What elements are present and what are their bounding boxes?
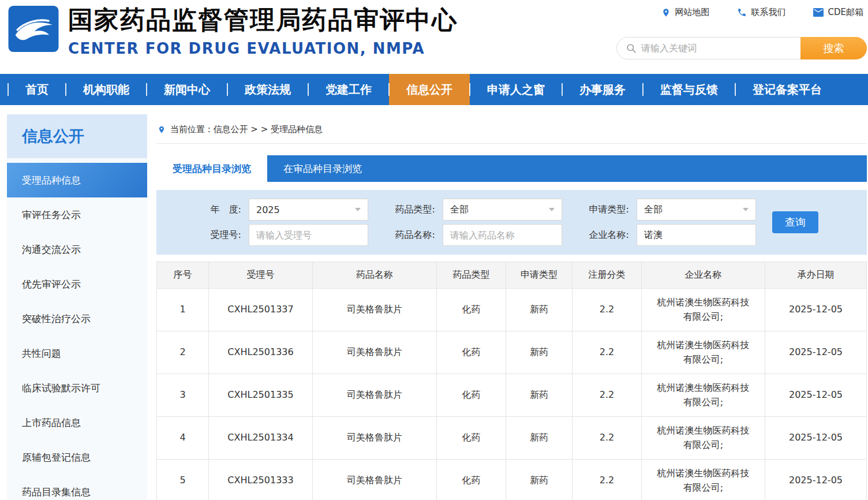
sidebar-item[interactable]: 受理品种信息 [7, 163, 147, 197]
sidebar-item[interactable]: 原辅包登记信息 [7, 440, 147, 475]
nav-item[interactable]: 机构职能 [66, 74, 147, 105]
sidebar-item[interactable]: 药品目录集信息 [7, 475, 147, 500]
table-cell: 2.2 [573, 374, 642, 417]
nav-item[interactable]: 首页 [8, 74, 66, 105]
nav-item[interactable]: 信息公开 [389, 74, 470, 105]
table-header-row: 序号 受理号 药品名称 药品类型 申请类型 注册分类 企业名称 承办日期 [157, 262, 867, 289]
contact-link[interactable]: 联系我们 [737, 7, 785, 18]
drug-name-input[interactable] [443, 224, 562, 246]
drug-type-select[interactable]: 全部 [443, 199, 562, 221]
sidebar-menu: 受理品种信息 审评任务公示 沟通交流公示 优先审评公示 突破性治疗公示 共性问题… [7, 163, 147, 500]
table-body: 1CXHL2501337司美格鲁肽片化药新药2.2杭州诺澳生物医药科技有限公司;… [157, 289, 867, 500]
accept-no-input[interactable] [249, 224, 368, 246]
table-cell: 杭州诺澳生物医药科技有限公司; [642, 417, 765, 460]
nav-item[interactable]: 登记备案平台 [735, 74, 839, 105]
table-cell: 2 [157, 331, 209, 374]
sitemap-link[interactable]: 网站地图 [661, 7, 709, 18]
nav-item[interactable]: 监督与反馈 [643, 74, 735, 105]
sidebar-item[interactable]: 沟通交流公示 [7, 232, 147, 267]
drug-type-select-value: 全部 [450, 204, 469, 216]
site-subtitle: CENTER FOR DRUG EVALUATION, NMPA [68, 40, 458, 57]
table-cell: 化药 [437, 289, 506, 331]
table-cell: 2.2 [573, 289, 642, 331]
table-header-cell: 承办日期 [765, 262, 867, 289]
table-cell: 化药 [437, 460, 506, 500]
table-header-cell: 注册分类 [573, 262, 642, 289]
site-title-block: 国家药品监督管理局药品审评中心 CENTER FOR DRUG EVALUATI… [68, 3, 458, 57]
table-row: 4CXHL2501334司美格鲁肽片化药新药2.2杭州诺澳生物医药科技有限公司;… [157, 417, 867, 460]
search-input[interactable] [637, 43, 800, 54]
drug-type-label: 药品类型: [383, 204, 435, 216]
table-cell: 司美格鲁肽片 [313, 417, 437, 460]
table-cell: 2.2 [573, 460, 642, 500]
site-title: 国家药品监督管理局药品审评中心 [68, 3, 458, 37]
table-cell: CXHL2501334 [209, 417, 313, 460]
company-input[interactable] [637, 224, 756, 246]
sidebar-item[interactable]: 上市药品信息 [7, 405, 147, 440]
sidebar-title: 信息公开 [7, 114, 147, 158]
year-label: 年 度: [189, 204, 241, 216]
table-header-cell: 申请类型 [506, 262, 573, 289]
year-select-value: 2025 [256, 204, 280, 215]
table-cell: 5 [157, 460, 209, 500]
table-cell: 2025-12-05 [765, 460, 867, 500]
sidebar-item[interactable]: 临床试验默示许可 [7, 371, 147, 405]
table-cell: 2025-12-05 [765, 331, 867, 374]
tab-bar: 受理品种目录浏览 在审品种目录浏览 [156, 155, 867, 182]
table-header-cell: 序号 [157, 262, 209, 289]
location-pin-icon [158, 125, 166, 135]
apply-type-label: 申请类型: [577, 204, 629, 216]
table-cell: 新药 [506, 289, 573, 331]
filter-row-1: 年 度: 2025 药品类型: 全部 申请类型: [156, 198, 867, 221]
table-row: 1CXHL2501337司美格鲁肽片化药新药2.2杭州诺澳生物医药科技有限公司;… [157, 289, 867, 331]
table-cell: 2.2 [573, 417, 642, 460]
breadcrumb-text: 当前位置 : 信息公开 > > 受理品种信息 [170, 124, 323, 135]
table-cell: CXHL2501337 [209, 289, 313, 331]
year-select[interactable]: 2025 [249, 199, 368, 221]
filter-row-2: 受理号: 药品名称: 企业名称: [156, 223, 867, 247]
chevron-down-icon [743, 208, 749, 211]
phone-icon [737, 8, 747, 17]
tab[interactable]: 在审品种目录浏览 [267, 155, 378, 182]
table-header-cell: 药品名称 [313, 262, 437, 289]
header-quick-links: 网站地图 联系我们 CDE邮箱 [661, 7, 863, 18]
site-header: 国家药品监督管理局药品审评中心 CENTER FOR DRUG EVALUATI… [0, 0, 868, 74]
accept-no-label: 受理号: [189, 229, 241, 241]
company-label: 企业名称: [577, 229, 629, 241]
drug-name-label: 药品名称: [383, 229, 435, 241]
sidebar-item[interactable]: 突破性治疗公示 [7, 301, 147, 336]
nav-item[interactable]: 政策法规 [227, 74, 308, 105]
sidebar-item[interactable]: 审评任务公示 [7, 197, 147, 232]
nav-item[interactable]: 新闻中心 [147, 74, 227, 105]
table-cell: 杭州诺澳生物医药科技有限公司; [642, 374, 765, 417]
sidebar-item[interactable]: 共性问题 [7, 336, 147, 371]
table-row: 5CXHL2501333司美格鲁肽片化药新药2.2杭州诺澳生物医药科技有限公司;… [157, 460, 867, 500]
table-cell: 司美格鲁肽片 [313, 289, 437, 331]
table-cell: 化药 [437, 374, 506, 417]
query-button[interactable]: 查询 [772, 211, 818, 233]
table-header-cell: 受理号 [209, 262, 313, 289]
search-button[interactable]: 搜索 [800, 37, 867, 59]
content-area: 信息公开 受理品种信息 审评任务公示 沟通交流公示 优先审评公示 突破性治疗公示… [0, 114, 868, 500]
table-cell: CXHL2501336 [209, 331, 313, 374]
results-table: 序号 受理号 药品名称 药品类型 申请类型 注册分类 企业名称 承办日期 [156, 262, 867, 500]
filter-panel: 年 度: 2025 药品类型: 全部 申请类型: [156, 190, 867, 255]
nav-item[interactable]: 党建工作 [308, 74, 389, 105]
table-cell: 2.2 [573, 331, 642, 374]
mail-icon [813, 8, 824, 17]
search-icon [626, 43, 637, 54]
table-cell: 2025-12-05 [765, 289, 867, 331]
nav-item[interactable]: 办事服务 [562, 74, 643, 105]
table-cell: 新药 [506, 374, 573, 417]
sidebar-item[interactable]: 优先审评公示 [7, 267, 147, 301]
tab[interactable]: 受理品种目录浏览 [156, 155, 267, 182]
contact-link-label: 联系我们 [751, 7, 785, 18]
apply-type-select[interactable]: 全部 [637, 199, 756, 221]
nav-item[interactable]: 申请人之窗 [470, 74, 562, 105]
table-cell: 2025-12-05 [765, 417, 867, 460]
mailbox-link-label: CDE邮箱 [828, 7, 863, 18]
table-cell: 新药 [506, 331, 573, 374]
sidebar: 信息公开 受理品种信息 审评任务公示 沟通交流公示 优先审评公示 突破性治疗公示… [7, 114, 147, 500]
mailbox-link[interactable]: CDE邮箱 [813, 7, 863, 18]
table-cell: 司美格鲁肽片 [313, 374, 437, 417]
